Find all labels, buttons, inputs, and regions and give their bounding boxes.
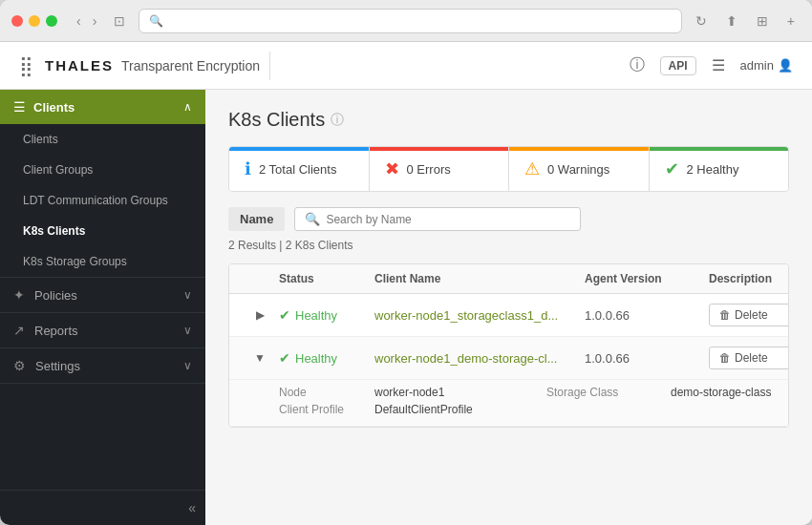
section-chevron-icon: ∧: [183, 100, 192, 114]
status-cell-1: ✔ Healthy: [279, 307, 374, 323]
th-client-name: Client Name: [374, 272, 585, 285]
errors-text: 0 Errors: [407, 162, 451, 177]
admin-user-icon: 👤: [778, 58, 793, 73]
reports-left: ↗ Reports: [13, 323, 78, 338]
menu-icon: ☰: [13, 99, 26, 115]
address-input[interactable]: [169, 14, 671, 28]
brand-title: Transparent Encryption: [121, 58, 260, 74]
settings-left: ⚙ Settings: [13, 358, 80, 373]
brand-thales: THALES: [45, 57, 114, 74]
sidebar-item-clients[interactable]: Clients: [0, 124, 205, 155]
client-name-2[interactable]: worker-node1_demo-storage-cl...: [374, 351, 585, 366]
address-bar: 🔍: [139, 9, 681, 33]
policies-label: Policies: [34, 288, 77, 303]
grid-icon[interactable]: ⣿: [19, 54, 33, 77]
delete-label-1: Delete: [735, 308, 768, 322]
warnings-text: 0 Warnings: [547, 162, 609, 177]
search-icon: 🔍: [149, 14, 163, 28]
reload-button[interactable]: ↻: [690, 11, 713, 31]
sidebar-item-settings[interactable]: ⚙ Settings ∨: [0, 348, 205, 384]
table-container: Status Client Name Agent Version Descrip…: [228, 263, 789, 428]
page-title-row: K8s Clients ⓘ: [228, 109, 789, 131]
table-header: Status Client Name Agent Version Descrip…: [229, 264, 788, 294]
app-window: ‹ › ⊡ 🔍 ↻ ⬆ ⊞ + ⣿ THALES Transparent Enc…: [0, 0, 812, 525]
warnings-icon: ⚠: [524, 158, 540, 179]
healthy-check-icon-2: ✔: [279, 350, 290, 366]
total-icon: ℹ: [245, 158, 251, 179]
delete-button-2[interactable]: 🗑 Delete: [709, 346, 789, 369]
duplicate-button[interactable]: ⊞: [751, 11, 774, 31]
delete-label-2: Delete: [735, 351, 768, 365]
sidebar-item-client-groups[interactable]: Client Groups: [0, 155, 205, 185]
sidebar-item-k8s-clients[interactable]: K8s Clients: [0, 216, 205, 246]
client-name-1[interactable]: worker-node1_storageclass1_d...: [374, 308, 585, 323]
close-button[interactable]: [11, 15, 23, 27]
version-2: 1.0.0.66: [585, 351, 709, 366]
new-tab-button[interactable]: +: [781, 11, 801, 31]
content-area: K8s Clients ⓘ ℹ 2 Total Clients ✖ 0 Erro…: [205, 90, 812, 525]
expanded-details: Node worker-node1 Storage Class demo-sto…: [229, 380, 788, 427]
settings-label: Settings: [35, 359, 80, 373]
collapse-button[interactable]: «: [188, 500, 196, 515]
k8s-storage-label: K8s Storage Groups: [23, 255, 127, 268]
maximize-button[interactable]: [46, 15, 57, 27]
page-info-icon[interactable]: ⓘ: [331, 112, 344, 129]
forward-button[interactable]: ›: [89, 11, 101, 31]
back-button[interactable]: ‹: [73, 11, 85, 31]
client-profile-label: Client Profile: [279, 403, 374, 416]
sidebar: ☰ Clients ∧ Clients Client Groups LDT Co…: [0, 90, 205, 525]
filter-label: Name: [228, 207, 285, 231]
expand-button-1[interactable]: ▶: [241, 308, 279, 322]
results-count: 2 Results | 2 K8s Clients: [228, 239, 789, 252]
minimize-button[interactable]: [29, 15, 40, 27]
client-profile-value: DefaultClientProfile: [374, 403, 546, 416]
brand: THALES Transparent Encryption: [45, 57, 260, 74]
admin-section[interactable]: admin 👤: [740, 58, 793, 73]
page-title: K8s Clients: [228, 109, 325, 131]
settings-chevron-icon: ∨: [183, 359, 192, 372]
delete-button-1[interactable]: 🗑 Delete: [709, 304, 789, 326]
k8s-clients-label: K8s Clients: [23, 224, 85, 238]
clients-section-header[interactable]: ☰ Clients ∧: [0, 90, 205, 124]
th-agent-version: Agent Version: [585, 272, 709, 285]
api-button[interactable]: API: [660, 56, 696, 75]
account-icon[interactable]: ☰: [710, 54, 727, 76]
status-card-warnings[interactable]: ⚠ 0 Warnings: [509, 147, 650, 191]
th-expand: [241, 272, 279, 285]
trash-icon-2: 🗑: [719, 351, 731, 365]
sidebar-item-k8s-storage[interactable]: K8s Storage Groups: [0, 246, 205, 277]
status-card-total[interactable]: ℹ 2 Total Clients: [229, 147, 370, 191]
search-box: 🔍: [294, 207, 581, 231]
th-description: Description: [709, 272, 772, 285]
status-card-errors[interactable]: ✖ 0 Errors: [370, 147, 510, 191]
info-button[interactable]: ⓘ: [628, 53, 647, 77]
search-input[interactable]: [326, 213, 570, 226]
total-text: 2 Total Clients: [259, 162, 336, 177]
clients-section-title: Clients: [33, 100, 75, 115]
expand-button-2[interactable]: ▼: [241, 351, 279, 365]
status-cell-2: ✔ Healthy: [279, 350, 374, 366]
reports-icon: ↗: [13, 323, 25, 338]
share-button[interactable]: ⬆: [720, 11, 743, 31]
th-status: Status: [279, 272, 374, 285]
nav-arrows: ‹ ›: [73, 11, 100, 31]
admin-label: admin: [740, 58, 774, 73]
th-actions: [772, 272, 789, 285]
node-label: Node: [279, 386, 374, 399]
sidebar-item-ldt[interactable]: LDT Communication Groups: [0, 185, 205, 216]
sidebar-item-policies[interactable]: ✦ Policies ∨: [0, 278, 205, 313]
sidebar-collapse: «: [0, 490, 205, 525]
storage-class-label: Storage Class: [546, 386, 671, 399]
policies-icon: ✦: [13, 287, 25, 303]
tab-icon[interactable]: ⊡: [108, 11, 131, 31]
storage-class-value: demo-storage-class: [671, 386, 789, 399]
clients-section: ☰ Clients ∧ Clients Client Groups LDT Co…: [0, 90, 205, 278]
clients-label: Clients: [23, 133, 58, 146]
status-card-healthy[interactable]: ✔ 2 Healthy: [650, 147, 789, 191]
sidebar-item-reports[interactable]: ↗ Reports ∨: [0, 313, 205, 348]
healthy-text: 2 Healthy: [687, 162, 739, 177]
search-icon: 🔍: [305, 212, 320, 226]
version-1: 1.0.0.66: [585, 308, 709, 323]
status-label-1: Healthy: [295, 308, 337, 323]
filter-row: Name 🔍: [228, 207, 789, 231]
